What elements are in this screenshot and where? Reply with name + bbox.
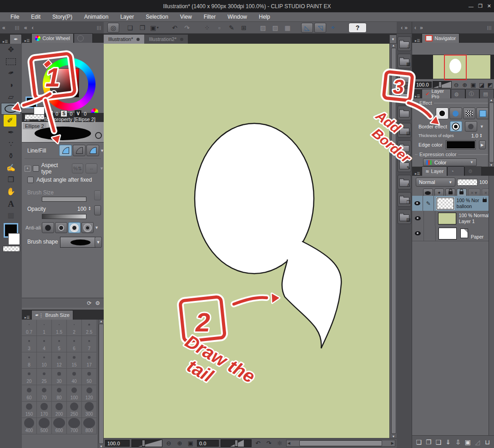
edge-button[interactable]: [450, 121, 462, 132]
slider-thumb[interactable]: [142, 440, 145, 447]
create-mask-icon[interactable]: ▣: [464, 438, 472, 446]
expand-right-icon[interactable]: »: [404, 25, 408, 31]
anti-aliasing-middle-button[interactable]: [68, 222, 81, 233]
marquee-tool[interactable]: [1, 56, 21, 67]
scrollbar-thumb[interactable]: [391, 48, 396, 434]
brush-size-cell[interactable]: 700: [67, 418, 82, 434]
brush-size-cell[interactable]: 600: [52, 418, 67, 434]
reset-all-icon[interactable]: ⟳: [87, 300, 91, 306]
expand-right-icon[interactable]: »: [420, 25, 423, 31]
brush-size-cell[interactable]: 30: [52, 369, 67, 385]
scroll-up-icon[interactable]: ▲: [490, 98, 493, 102]
pen-tool[interactable]: ✒: [1, 127, 21, 138]
chevron-down-icon[interactable]: ▼: [95, 225, 99, 230]
aspect-type-checkbox[interactable]: [33, 165, 39, 172]
brush-size-cell[interactable]: 300: [82, 402, 97, 418]
slider-thumb[interactable]: [439, 81, 442, 88]
object-launcher-icon[interactable]: ⁘: [202, 23, 212, 32]
tab-brush-size[interactable]: ✒⋮ Brush Size: [31, 310, 73, 320]
brush-size-cell[interactable]: 70: [37, 385, 52, 402]
material-pen-folder[interactable]: ✎: [398, 158, 411, 172]
menu-item[interactable]: Layer: [114, 12, 140, 22]
scroll-down-icon[interactable]: ▼: [100, 445, 103, 448]
save-button[interactable]: ▣▼: [149, 23, 160, 32]
ruler-icon[interactable]: ▨: [257, 23, 268, 32]
aspect-ratio-button[interactable]: %⇅: [72, 163, 84, 173]
layer-row-balloon[interactable]: ✎ 100 % Nor balloon: [412, 196, 489, 211]
layer-color-button[interactable]: [476, 107, 489, 119]
expression-color-dropdown[interactable]: Color ▼: [423, 158, 477, 166]
scrollbar-thumb[interactable]: [99, 324, 104, 444]
material-folder[interactable]: [398, 71, 411, 86]
chevron-down-icon[interactable]: ▼: [480, 124, 484, 129]
scroll-up-icon[interactable]: ▲: [392, 44, 395, 47]
transparent-color-swatch[interactable]: [25, 114, 45, 120]
fill-icon[interactable]: ✎: [226, 23, 237, 32]
rotate-slider[interactable]: [221, 439, 252, 447]
material-pose-folder[interactable]: ♙: [398, 175, 411, 189]
canvas-horizontal-scrollbar[interactable]: ◀ ▶: [286, 440, 395, 447]
menu-item[interactable]: Window: [222, 12, 253, 22]
collapse-single-icon[interactable]: ‹: [32, 25, 34, 31]
snap-to-ruler-button[interactable]: ◺: [301, 23, 313, 33]
opacity-slider[interactable]: [42, 214, 86, 219]
tab-color-wheel[interactable]: Color Wheel: [31, 33, 74, 43]
brush-size-cell[interactable]: 250: [67, 402, 82, 418]
opacity-value[interactable]: 100: [77, 206, 86, 212]
anti-aliasing-strong-button[interactable]: [81, 222, 94, 233]
new-layer-icon[interactable]: ❏: [415, 438, 423, 446]
document-tab-inactive[interactable]: Illustration2*: [144, 35, 188, 44]
panel-menu-icon[interactable]: ▸☰: [413, 172, 422, 176]
panel-menu-icon[interactable]: ▸☰: [23, 39, 31, 43]
layer-row-layer1[interactable]: 100 % Normal Layer 1: [412, 211, 489, 226]
transfer-down-icon[interactable]: ⇩: [454, 438, 462, 446]
rotate-ccw-icon[interactable]: ↶: [253, 440, 262, 447]
brush-size-cell[interactable]: 8: [22, 352, 37, 369]
tab-info-icon[interactable]: ⓘ: [465, 89, 480, 98]
chevron-down-icon[interactable]: ▼: [156, 26, 159, 29]
maximize-button[interactable]: ❐: [478, 3, 483, 9]
material-3d-folder[interactable]: ❒: [398, 192, 411, 207]
menu-item[interactable]: File: [5, 12, 25, 22]
eraser-tool[interactable]: ▱: [1, 91, 21, 103]
thickness-spinner[interactable]: ▲▼: [479, 133, 482, 138]
brush-size-cell[interactable]: 0.7: [22, 320, 37, 336]
menu-item[interactable]: View: [174, 12, 198, 22]
navigator-zoom-field[interactable]: 100.0: [414, 81, 432, 88]
text-tool[interactable]: A: [1, 198, 21, 209]
layer-opacity-slider[interactable]: [457, 179, 478, 186]
collapse-single-icon[interactable]: ‹: [401, 25, 403, 31]
brush-size-cell[interactable]: 17: [82, 352, 97, 369]
minimize-button[interactable]: —: [469, 4, 474, 9]
close-document-icon[interactable]: [136, 38, 140, 41]
open-file-button[interactable]: ❐: [137, 23, 148, 32]
delete-layer-icon[interactable]: ⊔: [484, 438, 492, 446]
line-only-button[interactable]: [73, 145, 86, 156]
object-tool[interactable]: ❒: [1, 174, 21, 186]
tone-effect-button[interactable]: [449, 107, 462, 119]
deselect-icon[interactable]: ▫: [214, 23, 225, 32]
magnifier-icon[interactable]: [95, 132, 102, 139]
snap-to-grid-button[interactable]: ⌖: [328, 23, 338, 32]
scroll-left-icon[interactable]: ◀: [287, 441, 290, 445]
layer-row-paper[interactable]: Paper: [412, 226, 489, 241]
tab-tone-icon[interactable]: ◍: [451, 89, 465, 98]
brush-size-cell[interactable]: 100: [67, 385, 82, 402]
fill-only-button[interactable]: [59, 145, 72, 156]
brush-tool[interactable]: ✍: [1, 162, 21, 174]
transform-icon[interactable]: ⊞: [238, 23, 249, 32]
visibility-eye-icon[interactable]: [415, 231, 421, 235]
brush-size-cell[interactable]: 1.5: [52, 320, 67, 336]
brush-size-cell[interactable]: 1: [37, 320, 52, 336]
chevron-down-icon[interactable]: ▼: [100, 166, 104, 171]
collapse-left-icon[interactable]: «: [2, 25, 5, 31]
collapse-left-icon[interactable]: «: [24, 25, 27, 31]
navigator-zoom-slider[interactable]: [433, 81, 451, 88]
screen-tone-button[interactable]: [463, 107, 476, 119]
panel-menu-icon[interactable]: ▸☰: [413, 94, 422, 98]
material-folder[interactable]: [398, 140, 411, 155]
marker-tool[interactable]: ✐: [4, 115, 16, 127]
visibility-eye-icon[interactable]: [415, 216, 421, 220]
material-pattern-folder[interactable]: ▨: [398, 209, 411, 224]
ruler-snap-icon[interactable]: ▨: [270, 23, 281, 32]
